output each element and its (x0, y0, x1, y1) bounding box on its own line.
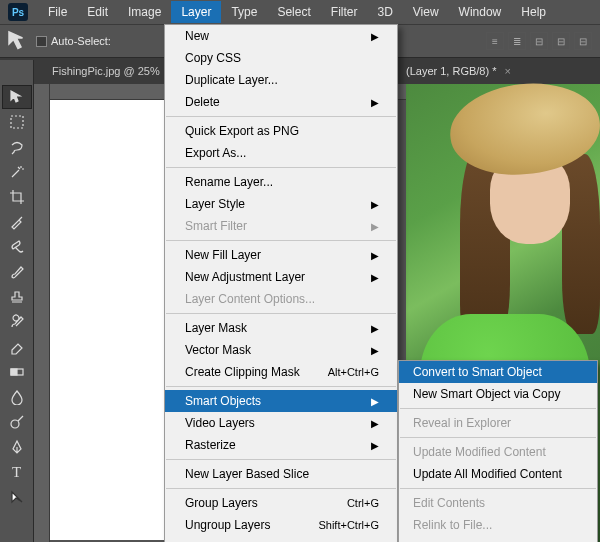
label: New (185, 29, 209, 43)
menu-layer-style[interactable]: Layer Style▶ (165, 193, 397, 215)
blur-tool-icon[interactable] (2, 385, 32, 409)
marquee-tool-icon[interactable] (2, 110, 32, 134)
label: Export As... (185, 146, 246, 160)
submenu-arrow-icon: ▶ (371, 272, 379, 283)
menu-edit[interactable]: Edit (77, 1, 118, 23)
menu-layer-mask[interactable]: Layer Mask▶ (165, 317, 397, 339)
separator (166, 313, 396, 314)
separator (166, 116, 396, 117)
separator (166, 488, 396, 489)
menu-rename-layer[interactable]: Rename Layer... (165, 171, 397, 193)
label: Update All Modified Content (413, 467, 562, 481)
dodge-tool-icon[interactable] (2, 410, 32, 434)
menu-select[interactable]: Select (267, 1, 320, 23)
submenu-arrow-icon: ▶ (371, 250, 379, 261)
pen-tool-icon[interactable] (2, 435, 32, 459)
align-icon[interactable]: ⊟ (552, 32, 570, 50)
separator (166, 167, 396, 168)
label: New Adjustment Layer (185, 270, 305, 284)
menu-group-layers[interactable]: Group LayersCtrl+G (165, 492, 397, 514)
submenu-arrow-icon: ▶ (371, 323, 379, 334)
menu-new-layer-based-slice[interactable]: New Layer Based Slice (165, 463, 397, 485)
submenu-edit-contents: Edit Contents (399, 492, 597, 514)
label: Video Layers (185, 416, 255, 430)
menu-video-layers[interactable]: Video Layers▶ (165, 412, 397, 434)
heal-tool-icon[interactable] (2, 235, 32, 259)
menu-rasterize[interactable]: Rasterize▶ (165, 434, 397, 456)
tab-label: (Layer 1, RGB/8) * (406, 65, 496, 77)
gradient-tool-icon[interactable] (2, 360, 32, 384)
tab-label: FishingPic.jpg @ 25% (52, 65, 160, 77)
menu-quick-export[interactable]: Quick Export as PNG (165, 120, 397, 142)
svg-rect-2 (11, 369, 17, 375)
menu-file[interactable]: File (38, 1, 77, 23)
menu-layer[interactable]: Layer (171, 1, 221, 23)
submenu-arrow-icon: ▶ (371, 31, 379, 42)
menu-ungroup-layers[interactable]: Ungroup LayersShift+Ctrl+G (165, 514, 397, 536)
shortcut: Ctrl+G (347, 497, 379, 509)
canvas-document-1[interactable] (50, 100, 170, 540)
smart-objects-submenu: Convert to Smart Object New Smart Object… (398, 360, 598, 542)
menu-type[interactable]: Type (221, 1, 267, 23)
menu-filter[interactable]: Filter (321, 1, 368, 23)
label: Group Layers (185, 496, 258, 510)
menu-3d[interactable]: 3D (367, 1, 402, 23)
submenu-relink-to-library: Relink to Library Graphic... (399, 536, 597, 542)
submenu-new-smart-object-via-copy[interactable]: New Smart Object via Copy (399, 383, 597, 405)
label: Layer Mask (185, 321, 247, 335)
label: Edit Contents (413, 496, 485, 510)
shortcut: Alt+Ctrl+G (328, 366, 379, 378)
submenu-update-all-modified[interactable]: Update All Modified Content (399, 463, 597, 485)
separator (166, 459, 396, 460)
menu-duplicate-layer[interactable]: Duplicate Layer... (165, 69, 397, 91)
menu-hide-layers[interactable]: Hide LayersCtrl+, (165, 536, 397, 542)
align-icon[interactable]: ≣ (508, 32, 526, 50)
move-tool-icon[interactable] (2, 85, 32, 109)
lasso-tool-icon[interactable] (2, 135, 32, 159)
align-icon[interactable]: ≡ (486, 32, 504, 50)
align-tools: ≡ ≣ ⊟ ⊟ ⊟ (486, 32, 600, 50)
menu-image[interactable]: Image (118, 1, 171, 23)
stamp-tool-icon[interactable] (2, 285, 32, 309)
submenu-convert-to-smart-object[interactable]: Convert to Smart Object (399, 361, 597, 383)
menu-export-as[interactable]: Export As... (165, 142, 397, 164)
eraser-tool-icon[interactable] (2, 335, 32, 359)
menu-copy-css[interactable]: Copy CSS (165, 47, 397, 69)
menu-smart-objects[interactable]: Smart Objects▶ (165, 390, 397, 412)
menu-new[interactable]: New▶ (165, 25, 397, 47)
eyedropper-tool-icon[interactable] (2, 210, 32, 234)
label: Quick Export as PNG (185, 124, 299, 138)
menu-view[interactable]: View (403, 1, 449, 23)
crop-tool-icon[interactable] (2, 185, 32, 209)
history-brush-icon[interactable] (2, 310, 32, 334)
separator (400, 437, 596, 438)
menu-new-adjustment-layer[interactable]: New Adjustment Layer▶ (165, 266, 397, 288)
label: New Layer Based Slice (185, 467, 309, 481)
align-icon[interactable]: ⊟ (574, 32, 592, 50)
brush-tool-icon[interactable] (2, 260, 32, 284)
submenu-arrow-icon: ▶ (371, 97, 379, 108)
wand-tool-icon[interactable] (2, 160, 32, 184)
menu-help[interactable]: Help (511, 1, 556, 23)
tab-layer1[interactable]: (Layer 1, RGB/8) * × (406, 60, 511, 82)
label: Relink to File... (413, 518, 492, 532)
submenu-arrow-icon: ▶ (371, 440, 379, 451)
menu-window[interactable]: Window (449, 1, 512, 23)
label: New Fill Layer (185, 248, 261, 262)
close-icon[interactable]: × (504, 65, 510, 77)
submenu-arrow-icon: ▶ (371, 418, 379, 429)
autoselect-checkbox[interactable] (36, 36, 47, 47)
submenu-arrow-icon: ▶ (371, 396, 379, 407)
menu-create-clipping-mask[interactable]: Create Clipping MaskAlt+Ctrl+G (165, 361, 397, 383)
menu-delete[interactable]: Delete▶ (165, 91, 397, 113)
align-icon[interactable]: ⊟ (530, 32, 548, 50)
menu-new-fill-layer[interactable]: New Fill Layer▶ (165, 244, 397, 266)
separator (166, 386, 396, 387)
path-tool-icon[interactable] (2, 485, 32, 509)
menu-vector-mask[interactable]: Vector Mask▶ (165, 339, 397, 361)
type-tool-icon[interactable]: T (2, 460, 32, 484)
label: Layer Style (185, 197, 245, 211)
separator (400, 408, 596, 409)
app-logo: Ps (8, 3, 28, 21)
shortcut: Shift+Ctrl+G (318, 519, 379, 531)
